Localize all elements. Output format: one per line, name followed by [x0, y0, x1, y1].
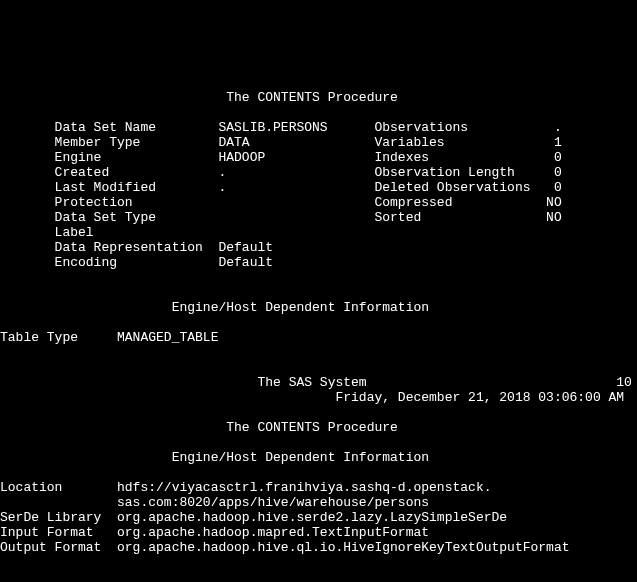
terminal-output: The CONTENTS Procedure Data Set Name SAS… [0, 75, 637, 582]
